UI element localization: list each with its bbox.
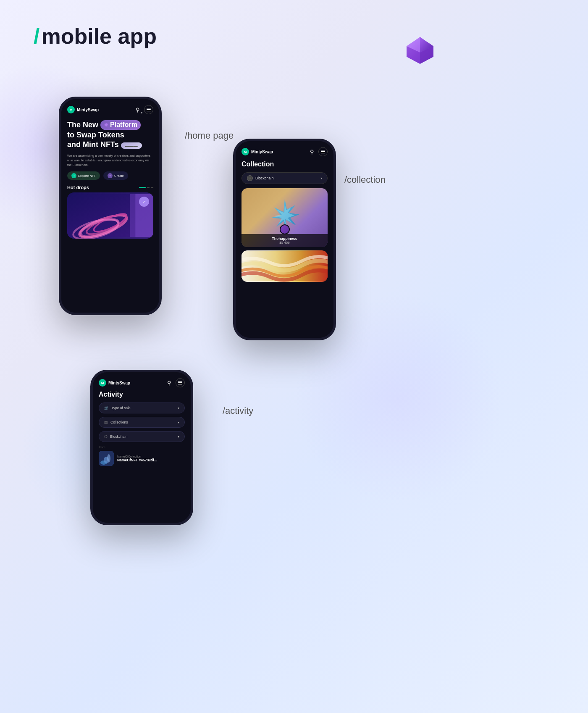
svg-point-21 bbox=[107, 454, 110, 463]
collections-filter[interactable]: ▤ Collections ▾ bbox=[99, 417, 185, 428]
home-nav-icons: ⚲ bbox=[136, 105, 153, 114]
gem-icon bbox=[403, 34, 437, 67]
activity-navbar: M MintySwap ⚲ bbox=[93, 372, 191, 391]
explore-btn-icon: → bbox=[71, 173, 76, 178]
nft-card-1[interactable]: Thehappiness $5 456 bbox=[242, 188, 328, 247]
item-section-label: Item bbox=[93, 445, 191, 451]
dropdown-left: ⬡ Blockchain bbox=[247, 175, 274, 181]
hot-drops-title: Hot drops bbox=[67, 185, 89, 190]
search-icon[interactable]: ⚲ bbox=[136, 107, 140, 113]
hamburger-lines bbox=[147, 108, 151, 112]
home-logo-icon: M bbox=[67, 106, 75, 113]
nft-card-2[interactable] bbox=[242, 250, 328, 282]
deco-dot-1 bbox=[141, 112, 142, 113]
collection-title: Collection bbox=[236, 160, 333, 172]
home-page-label: /home page bbox=[185, 130, 234, 141]
activity-logo: M MintySwap bbox=[99, 379, 130, 387]
blockchain-icon: ⬡ bbox=[247, 175, 253, 181]
collection-hamburger-lines bbox=[321, 150, 325, 154]
collections-label: Collections bbox=[110, 420, 128, 424]
type-of-sale-left: 🛒 Type of sale bbox=[104, 406, 131, 410]
nft-item-name: NameOfNFT #45789df... bbox=[117, 458, 185, 462]
nft-item-thumbnail bbox=[99, 451, 114, 466]
dot-1 bbox=[147, 187, 150, 188]
home-navbar: M MintySwap ⚲ bbox=[61, 99, 159, 117]
dot-active bbox=[139, 187, 146, 188]
hero-description: We are assembling a community of creator… bbox=[67, 153, 153, 168]
create-btn-icon: + bbox=[108, 173, 113, 178]
activity-nav-icons: ⚲ bbox=[167, 378, 185, 387]
menu-button[interactable] bbox=[144, 105, 153, 114]
carousel-dots bbox=[139, 187, 153, 188]
collection-menu-button[interactable] bbox=[318, 147, 328, 156]
collection-nav-icons: ⚲ bbox=[310, 147, 328, 156]
hero-badge-platform: Platform bbox=[100, 120, 141, 130]
phone-activity: M MintySwap ⚲ Activity 🛒 Type of sale bbox=[90, 370, 193, 525]
type-of-sale-chevron: ▾ bbox=[178, 406, 179, 410]
chevron-down-icon: ▾ bbox=[320, 176, 322, 180]
collection-logo-text: MintySwap bbox=[251, 150, 273, 154]
create-button[interactable]: + Create bbox=[103, 171, 128, 180]
activity-title: Activity bbox=[93, 391, 191, 403]
collection-logo: M MintySwap bbox=[242, 148, 273, 155]
type-of-sale-label: Type of sale bbox=[111, 406, 131, 410]
hero-buttons: → Explore NFT + Create bbox=[67, 171, 153, 180]
hero-title: The New Platform to Swap Tokens and Mint… bbox=[67, 120, 153, 150]
blockchain-filter[interactable]: ⬡ Blockchain ▾ bbox=[99, 431, 185, 442]
activity-search-icon[interactable]: ⚲ bbox=[167, 380, 171, 386]
nft-item-info: NameOfCollection NameOfNFT #45789df... bbox=[117, 455, 185, 462]
phone-collection: M MintySwap ⚲ Collection ⬡ Blockchain ▾ bbox=[233, 139, 336, 340]
hero-title-line3: and Mint NFTs bbox=[67, 140, 121, 149]
header-title: mobile app bbox=[41, 25, 156, 47]
cart-icon: 🛒 bbox=[104, 406, 109, 410]
blockchain-left: ⬡ Blockchain bbox=[104, 434, 127, 439]
dot-2 bbox=[151, 187, 153, 188]
hero-title-line1: The New bbox=[67, 121, 100, 129]
blockchain-filter-icon: ⬡ bbox=[104, 434, 108, 439]
activity-logo-icon: M bbox=[99, 379, 106, 387]
phone-home: M MintySwap ⚲ The New Pla bbox=[59, 97, 162, 315]
hot-drops-header: Hot drops bbox=[67, 185, 153, 190]
header: / mobile app bbox=[34, 25, 157, 47]
blockchain-filter-chevron: ▾ bbox=[178, 435, 179, 439]
activity-label: /activity bbox=[223, 405, 253, 416]
activity-logo-text: MintySwap bbox=[108, 381, 130, 385]
nft-item-collection: NameOfCollection bbox=[117, 455, 185, 458]
blockchain-filter-label: Blockchain bbox=[110, 434, 127, 439]
nft-1-price: $5 456 bbox=[246, 241, 323, 245]
nft-list-item[interactable]: NameOfCollection NameOfNFT #45789df... bbox=[99, 451, 185, 466]
collection-label: /collection bbox=[344, 174, 386, 185]
collection-navbar: M MintySwap ⚲ bbox=[236, 141, 333, 160]
explore-nft-button[interactable]: → Explore NFT bbox=[67, 171, 100, 180]
collection-search-icon[interactable]: ⚲ bbox=[310, 149, 314, 155]
hero-title-line2: to Swap Tokens bbox=[67, 131, 124, 139]
collection-logo-icon: M bbox=[242, 148, 249, 155]
home-logo-text: MintySwap bbox=[77, 108, 99, 112]
blockchain-dropdown[interactable]: ⬡ Blockchain ▾ bbox=[242, 172, 328, 184]
nft-card-1-label: Thehappiness $5 456 bbox=[242, 234, 328, 247]
nft-1-name: Thehappiness bbox=[246, 237, 323, 241]
collections-icon: ▤ bbox=[104, 420, 108, 424]
activity-menu-button[interactable] bbox=[176, 378, 185, 387]
create-btn-label: Create bbox=[114, 174, 124, 178]
explore-btn-label: Explore NFT bbox=[78, 174, 96, 178]
activity-hamburger-lines bbox=[178, 381, 182, 385]
blockchain-label: Blockchain bbox=[255, 176, 274, 180]
home-hero: The New Platform to Swap Tokens and Mint… bbox=[61, 117, 159, 180]
hot-drop-card[interactable]: ↗ bbox=[67, 192, 153, 239]
home-logo: M MintySwap bbox=[67, 106, 99, 113]
type-of-sale-filter[interactable]: 🛒 Type of sale ▾ bbox=[99, 403, 185, 413]
collections-left: ▤ Collections bbox=[104, 420, 128, 424]
collections-chevron: ▾ bbox=[178, 421, 179, 424]
header-slash: / bbox=[34, 25, 39, 47]
nft-avatar bbox=[280, 224, 290, 234]
hot-drops-section: Hot drops bbox=[61, 185, 159, 239]
hero-badge-nfts: ▬▬▬ bbox=[121, 142, 142, 149]
